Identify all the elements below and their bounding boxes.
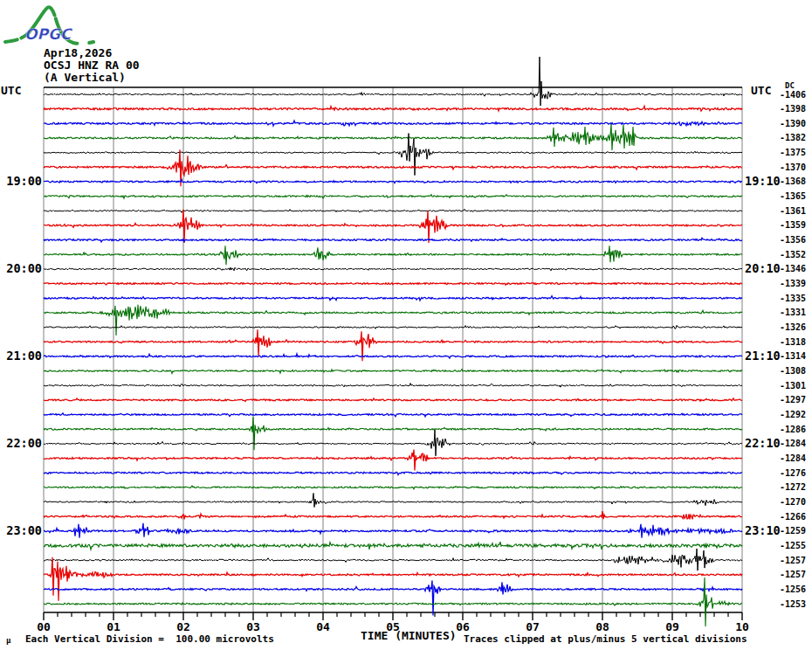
dc-value: -1272 (780, 482, 806, 492)
dc-value: -1257 (780, 556, 806, 565)
dc-value: -1356 (780, 235, 806, 245)
axis-tick-label: 00 (37, 620, 51, 633)
dc-value: -1270 (780, 497, 806, 507)
hour-label-left: 22:00 (6, 436, 42, 450)
axis-tick-label: 07 (526, 620, 540, 633)
dc-value: -1398 (780, 104, 806, 114)
dc-value: -1292 (780, 410, 806, 419)
dc-value: -1266 (780, 512, 806, 522)
dc-value: -1339 (780, 279, 806, 288)
axis-tick-label: 04 (316, 620, 330, 633)
dc-value: -1286 (780, 425, 806, 434)
dc-value: -1359 (780, 220, 806, 230)
dc-value: -1257 (780, 570, 806, 579)
footer-clip-note: Traces clipped at plus/minus 5 vertical … (464, 633, 747, 645)
dc-value: -1259 (780, 526, 806, 536)
dc-value: -1382 (780, 133, 806, 142)
axis-tick-label: 01 (107, 620, 120, 633)
helicorder-screen: OPGC Apr18,2026 OCSJ HNZ RA 00 (A Vertic… (0, 0, 812, 650)
axis-tick-label: 03 (246, 620, 260, 633)
dc-value: -1361 (780, 206, 806, 216)
micro-symbol: μ (6, 636, 10, 645)
hour-label-left: 19:00 (6, 174, 42, 188)
dc-value: -1370 (780, 162, 806, 172)
dc-value: -1375 (780, 148, 806, 157)
dc-value: -1308 (780, 366, 806, 376)
helicorder-plot: 000102030405060708091019:0020:0021:0022:… (0, 0, 812, 650)
hour-label-left: 23:00 (6, 523, 42, 537)
hour-labels-left: 19:0020:0021:0022:0023:00 (6, 174, 42, 537)
dc-value: -1368 (780, 176, 806, 186)
dc-value: -1318 (780, 337, 806, 347)
hour-label-right: 20:10 (745, 261, 781, 275)
dc-value: -1253 (780, 599, 806, 609)
dc-value: -1255 (780, 541, 806, 550)
dc-value: -1352 (780, 250, 806, 259)
dc-value: -1314 (780, 351, 806, 361)
axis-tick-label: 09 (665, 620, 679, 633)
dc-value: -1301 (780, 381, 806, 391)
hour-label-right: 19:10 (745, 174, 781, 188)
dc-value: -1365 (780, 191, 806, 201)
dc-value: -1276 (780, 468, 806, 478)
dc-value: -1335 (780, 294, 806, 303)
time-axis-title: TIME (MINUTES) (361, 630, 457, 642)
footer-division-note: Each Vertical Division = 100.00 microvol… (25, 633, 274, 645)
axis-tick-label: 02 (176, 620, 190, 633)
axis-tick-label: 10 (735, 620, 749, 633)
axis-tick-label: 08 (595, 620, 609, 633)
dc-value: -1326 (780, 322, 806, 332)
hour-label-right: 22:10 (745, 436, 781, 450)
dc-values: -1406-1398-1390-1382-1375-1370-1368-1365… (780, 90, 806, 609)
dc-value: -1284 (780, 453, 806, 463)
hour-label-right: 23:10 (745, 523, 781, 537)
dc-value: -1390 (780, 119, 806, 128)
hour-labels-right: 19:1020:1021:1022:1023:10 (745, 174, 781, 537)
dc-value: -1297 (780, 395, 806, 405)
hour-label-left: 21:00 (6, 349, 42, 363)
dc-value: -1284 (780, 439, 806, 448)
axis-tick-label: 06 (456, 620, 470, 633)
dc-value: -1346 (780, 264, 806, 273)
hour-label-right: 21:10 (745, 349, 781, 363)
dc-value: -1256 (780, 584, 806, 594)
hour-label-left: 20:00 (6, 261, 42, 275)
dc-value: -1406 (780, 90, 806, 100)
dc-value: -1331 (780, 308, 806, 317)
